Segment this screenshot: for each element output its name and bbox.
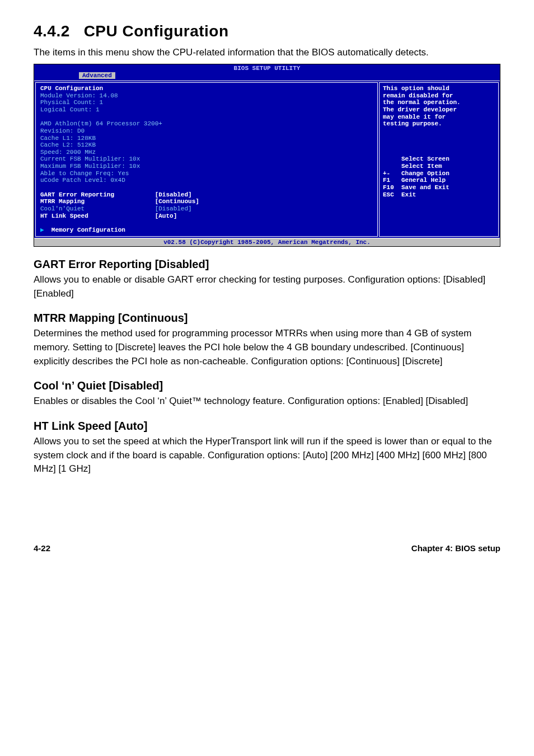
heading-gart: GART Error Reporting [Disabled]: [34, 258, 500, 271]
bios-opt-cool-val[interactable]: [Disabled]: [155, 205, 192, 212]
bios-opt-gart[interactable]: GART Error Reporting: [40, 191, 114, 198]
bios-tabs: Advanced: [34, 72, 500, 81]
chapter-label: Chapter 4: BIOS setup: [411, 543, 500, 553]
bios-nav-help: Select Screen Select Item +- Change Opti…: [383, 156, 449, 198]
heading-cool: Cool ‘n’ Quiet [Disabled]: [34, 379, 500, 392]
para-gart: Allows you to enable or disable GART err…: [34, 273, 500, 300]
para-cool: Enables or disables the Cool ‘n’ Quiet™ …: [34, 395, 500, 408]
bios-window: BIOS SETUP UTILITY Advanced CPU Configur…: [34, 64, 500, 247]
bios-header: BIOS SETUP UTILITY: [34, 64, 500, 73]
bios-left-panel: CPU Configuration Module Version: 14.08 …: [35, 82, 378, 236]
section-title: 4.4.2 CPU Configuration: [34, 22, 500, 40]
bios-opt-gart-val[interactable]: [Disabled]: [155, 191, 192, 198]
bios-info-cpu: AMD Athlon(tm) 64 Processor 3200+: [40, 120, 162, 127]
bios-help-text: This option should remain disabled for t…: [383, 85, 461, 127]
para-ht: Allows you to set the speed at which the…: [34, 435, 500, 476]
heading-mtrr: MTRR Mapping [Continuous]: [34, 312, 500, 325]
bios-info-module: Module Version: 14.08: [40, 92, 118, 99]
section-number: 4.4.2: [34, 22, 70, 40]
submenu-arrow-icon: ▶: [40, 227, 44, 233]
bios-opt-mtrr-val[interactable]: [Continuous]: [155, 198, 199, 205]
bios-info-logical: Logical Count: 1: [40, 106, 100, 113]
bios-info-curfsb: Current FSB Multiplier: 10x: [40, 156, 140, 162]
bios-footer: v02.58 (C)Copyright 1985-2005, American …: [34, 238, 500, 247]
bios-submenu-memory[interactable]: Memory Configuration: [51, 227, 125, 233]
bios-info-physical: Physical Count: 1: [40, 99, 103, 106]
heading-ht: HT Link Speed [Auto]: [34, 420, 500, 433]
para-mtrr: Determines the method used for programmi…: [34, 327, 500, 368]
section-intro: The items in this menu show the CPU-rela…: [34, 46, 500, 59]
bios-info-speed: Speed: 2000 MHz: [40, 149, 96, 156]
page-footer: 4-22 Chapter 4: BIOS setup: [34, 543, 500, 553]
bios-opt-ht-val[interactable]: [Auto]: [155, 213, 177, 219]
page-number: 4-22: [34, 543, 50, 553]
bios-opt-ht[interactable]: HT Link Speed: [40, 213, 88, 219]
section-name: CPU Configuration: [84, 22, 229, 40]
bios-info-l2: Cache L2: 512KB: [40, 142, 96, 148]
bios-right-panel: This option should remain disabled for t…: [379, 82, 499, 236]
bios-opt-cool[interactable]: Cool'n'Quiet: [40, 205, 85, 212]
bios-tab-advanced[interactable]: Advanced: [79, 72, 115, 79]
bios-cpu-config-title: CPU Configuration: [40, 85, 103, 92]
bios-info-ucode: uCode Patch Level: 0x4D: [40, 177, 125, 184]
bios-info-l1: Cache L1: 128KB: [40, 135, 96, 142]
bios-opt-mtrr[interactable]: MTRR Mapping: [40, 198, 85, 205]
bios-info-freq: Able to Change Freq: Yes: [40, 170, 129, 177]
bios-info-maxfsb: Maximum FSB Multiplier: 10x: [40, 163, 140, 170]
bios-info-rev: Revision: D0: [40, 128, 85, 134]
